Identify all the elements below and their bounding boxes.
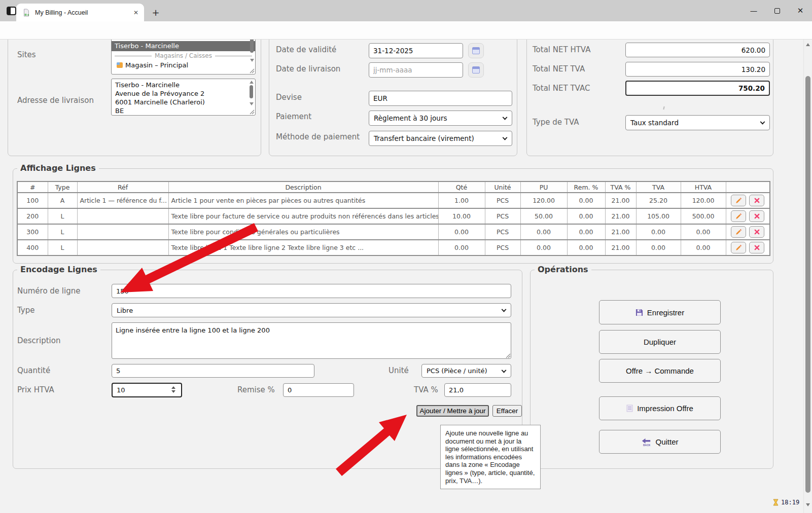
delivery-date-input[interactable] bbox=[369, 62, 463, 78]
unit-select[interactable]: PCS (Pièce / unité) bbox=[421, 364, 511, 378]
payment-label: Paiement bbox=[276, 112, 311, 121]
edit-row-button[interactable] bbox=[731, 210, 746, 222]
table-cell: 0.00 bbox=[567, 240, 605, 255]
table-cell: 120.00 bbox=[520, 193, 567, 208]
browser-tab[interactable]: My Billing - Accueil ✕ bbox=[16, 4, 144, 21]
print-offer-button[interactable]: Impression Offre bbox=[599, 396, 721, 420]
row-actions-cell bbox=[726, 208, 770, 224]
window-minimize-button[interactable]: — bbox=[742, 0, 765, 21]
table-cell: L bbox=[48, 224, 77, 240]
validity-date-input[interactable] bbox=[369, 43, 463, 58]
vat-type-select[interactable]: Taux standard bbox=[625, 115, 770, 130]
window-close-button[interactable]: ✕ bbox=[789, 0, 812, 21]
validity-date-calendar-icon[interactable] bbox=[468, 43, 484, 58]
offer-to-order-button[interactable]: Offre → Commande bbox=[599, 359, 721, 383]
add-update-line-button[interactable]: Ajouter / Mettre à jour bbox=[416, 405, 489, 417]
table-cell: 0.00 bbox=[567, 208, 605, 224]
table-cell: 0.00 bbox=[520, 224, 567, 240]
table-cell: PCS bbox=[485, 224, 520, 240]
line-type-select[interactable]: Libre bbox=[112, 303, 511, 317]
table-cell bbox=[77, 224, 168, 240]
payment-method-label: Méthode de paiement bbox=[276, 132, 360, 141]
table-cell: PCS bbox=[485, 208, 520, 224]
sites-listbox[interactable]: Tiserbo - Charleroi Tiserbo - Marcinelle… bbox=[111, 40, 256, 75]
column-header: Type bbox=[48, 181, 77, 193]
textarea-scrollbar[interactable] bbox=[249, 81, 254, 105]
delete-row-button[interactable] bbox=[749, 195, 764, 206]
delete-row-button[interactable] bbox=[749, 242, 764, 253]
discount-input[interactable] bbox=[283, 383, 354, 397]
table-cell: 0.00 bbox=[681, 240, 726, 255]
quantity-label: Quantité bbox=[17, 366, 50, 375]
table-cell: Article 1 pour vente en pièces par pièce… bbox=[168, 193, 438, 208]
lines-display-legend: Affichage Lignes bbox=[17, 163, 99, 173]
window-maximize-button[interactable] bbox=[765, 0, 789, 21]
scroll-up-icon[interactable] bbox=[806, 43, 810, 46]
column-header: HTVA bbox=[681, 181, 726, 193]
payment-method-select[interactable]: Transfert bancaire (virement) bbox=[369, 131, 512, 146]
operations-legend: Opérations bbox=[535, 265, 591, 274]
site-option-selected[interactable]: Tiserbo - Marcinelle bbox=[112, 41, 255, 51]
table-cell: PCS bbox=[485, 240, 520, 255]
textarea-resize-grip[interactable] bbox=[250, 109, 255, 115]
table-cell bbox=[77, 208, 168, 224]
total-tvac-label: Total NET TVAC bbox=[533, 84, 590, 93]
tab-close-icon[interactable]: ✕ bbox=[132, 9, 140, 17]
line-number-input[interactable] bbox=[112, 284, 511, 298]
vat-percent-input[interactable] bbox=[444, 383, 511, 397]
column-header: Rem. % bbox=[567, 181, 605, 193]
column-header: Qté bbox=[438, 181, 485, 193]
delivery-address-textarea[interactable] bbox=[111, 79, 256, 116]
chevron-down-icon bbox=[503, 115, 508, 120]
quit-button-label: Quitter bbox=[655, 437, 678, 446]
quit-button[interactable]: BACK Quitter bbox=[599, 430, 721, 454]
chevron-down-icon bbox=[502, 368, 507, 373]
table-cell: 200 bbox=[17, 208, 48, 224]
edit-row-button[interactable] bbox=[731, 226, 746, 238]
clear-line-button[interactable]: Effacer bbox=[492, 405, 522, 417]
back-arrow-icon: BACK bbox=[641, 438, 651, 446]
currency-label: Devise bbox=[276, 93, 302, 102]
description-resize-grip[interactable] bbox=[506, 353, 511, 358]
table-cell: 300 bbox=[17, 224, 48, 240]
workspaces-icon[interactable] bbox=[7, 7, 16, 15]
quantity-input[interactable] bbox=[112, 364, 314, 378]
floppy-disk-icon bbox=[636, 309, 643, 316]
site-option[interactable]: Magasin – Principal bbox=[112, 60, 255, 70]
duplicate-button[interactable]: Dupliquer bbox=[599, 330, 721, 354]
delete-row-button[interactable] bbox=[749, 226, 764, 238]
save-button[interactable]: Enregistrer bbox=[599, 300, 721, 324]
vat-percent-label: TVA % bbox=[414, 385, 438, 394]
column-header: Réf bbox=[77, 181, 168, 193]
operations-box: Opérations Enregistrer Dupliquer Offre →… bbox=[530, 270, 773, 469]
scrollbar-thumb[interactable] bbox=[805, 76, 810, 493]
table-cell: L bbox=[48, 240, 77, 255]
new-tab-button[interactable]: + bbox=[149, 6, 162, 19]
scroll-down-icon[interactable] bbox=[806, 503, 810, 506]
delivery-date-calendar-icon[interactable] bbox=[468, 62, 484, 78]
vat-type-label: Type de TVA bbox=[533, 118, 579, 127]
row-actions-cell bbox=[726, 224, 770, 240]
delete-row-button[interactable] bbox=[749, 210, 764, 222]
currency-input[interactable] bbox=[369, 91, 512, 106]
payment-select[interactable]: Règlement à 30 jours bbox=[369, 111, 512, 126]
column-header: TVA % bbox=[605, 181, 636, 193]
column-header: PU bbox=[520, 181, 567, 193]
page-scrollbar[interactable] bbox=[803, 40, 812, 513]
table-cell bbox=[77, 240, 168, 255]
edit-row-button[interactable] bbox=[731, 242, 746, 253]
line-description-textarea[interactable] bbox=[112, 322, 511, 359]
listbox-scrollbar[interactable] bbox=[249, 40, 255, 62]
price-stepper[interactable] bbox=[171, 386, 175, 393]
table-cell: 25.20 bbox=[636, 193, 681, 208]
listbox-resize-grip[interactable] bbox=[250, 68, 255, 74]
column-header: # bbox=[17, 181, 48, 193]
edit-row-button[interactable] bbox=[731, 195, 746, 206]
column-header: Description bbox=[168, 181, 438, 193]
page-content: Sites Adresse de livraison Tiserbo - Cha… bbox=[0, 40, 812, 513]
table-cell: 0.00 bbox=[681, 224, 726, 240]
table-cell: Texte libre ligne 1 Texte libre ligne 2 … bbox=[168, 240, 438, 255]
table-cell: 0.00 bbox=[636, 224, 681, 240]
sites-group-separator: Magasins / Caisses bbox=[112, 51, 255, 60]
duplicate-button-label: Dupliquer bbox=[644, 338, 676, 346]
